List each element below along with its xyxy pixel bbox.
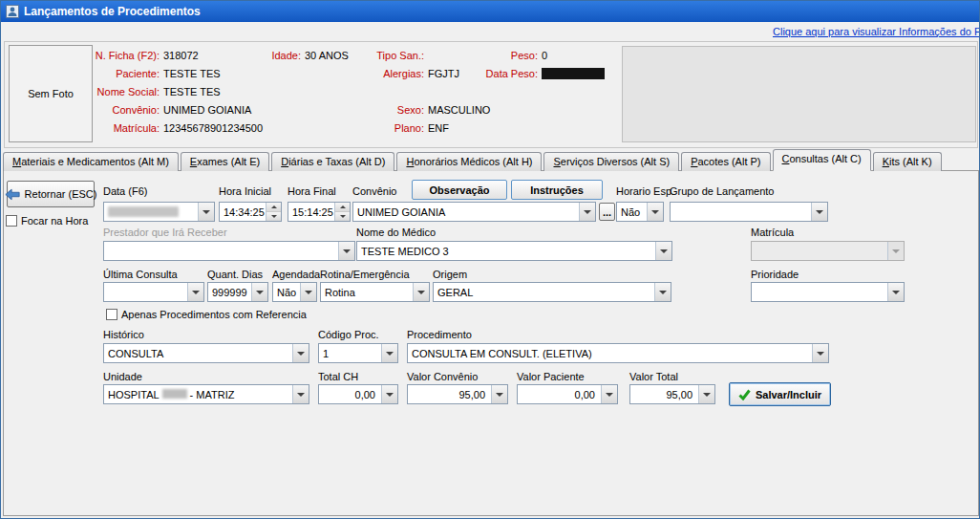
redacted-text [162, 389, 187, 399]
origem-combobox[interactable]: GERAL [433, 282, 671, 302]
chevron-down-icon[interactable] [655, 242, 671, 260]
checkbox-box[interactable] [6, 215, 17, 227]
chevron-down-icon[interactable] [654, 283, 671, 301]
unidade-combobox[interactable]: HOSPITAL- MATRIZ [103, 384, 309, 404]
chevron-down-icon[interactable] [292, 385, 309, 403]
prioridade-label: Prioridade [751, 269, 799, 280]
historico-value: CONSULTA [104, 344, 292, 362]
matricula-label: Matrícula [751, 227, 794, 238]
patient-field-alergias: Alergias: FGJTJ [369, 68, 459, 79]
chevron-down-icon[interactable] [647, 203, 663, 221]
agendada-combobox[interactable]: Não [272, 282, 317, 302]
patient-field-paciente: Paciente: TESTE TES [85, 68, 221, 79]
historico-combobox[interactable]: CONSULTA [103, 343, 309, 363]
spinner-buttons[interactable] [334, 203, 350, 221]
prioridade-combobox[interactable] [751, 282, 905, 302]
chevron-down-icon[interactable] [338, 242, 354, 260]
spinner-down-icon[interactable] [266, 212, 281, 221]
apenas-referencia-checkbox[interactable]: Apenas Procedimentos com Referencia [106, 309, 307, 320]
data-combobox[interactable] [103, 202, 215, 222]
chevron-down-icon[interactable] [812, 344, 828, 362]
tab-materiais-medicamentos[interactable]: Materiais e Medicamentos (Alt M) [3, 152, 179, 171]
field-label: Plano: [369, 122, 424, 134]
chevron-down-icon[interactable] [887, 283, 904, 301]
salvar-label: Salvar/Incluir [756, 389, 821, 400]
spinner-up-icon[interactable] [335, 203, 350, 212]
ultima-consulta-combobox[interactable] [103, 282, 204, 302]
patient-field-data-peso: Data Peso: [479, 68, 605, 79]
chevron-down-icon[interactable] [811, 203, 827, 221]
chevron-down-icon[interactable] [381, 344, 397, 362]
retornar-label: Retornar (ESC) [25, 188, 97, 200]
data-label: Data (F6) [103, 185, 147, 197]
instrucoes-button[interactable]: Instruções [511, 180, 603, 200]
chevron-down-icon[interactable] [601, 385, 617, 403]
tab-honorarios-medicos[interactable]: Honorários Médicos (Alt H) [396, 152, 542, 171]
grupo-lancamento-combobox[interactable] [670, 202, 828, 222]
prestador-combobox[interactable] [103, 241, 355, 261]
spinner-buttons[interactable] [266, 203, 281, 221]
matricula-combobox [751, 241, 905, 261]
chevron-down-icon[interactable] [413, 283, 429, 301]
total-ch-value: 0,00 [319, 385, 381, 403]
chevron-down-icon[interactable] [292, 344, 309, 362]
procedimento-combobox[interactable]: CONSULTA EM CONSULT. (ELETIVA) [407, 343, 829, 363]
patient-field-tipo-san: Tipo San.: [369, 50, 428, 61]
patient-field-matricula: Matrícula: 12345678901234500 [85, 122, 263, 134]
chevron-down-icon[interactable] [251, 283, 267, 301]
codigo-proc-combobox[interactable]: 1 [318, 343, 398, 363]
tab-kits[interactable]: Kits (Alt K) [873, 152, 942, 171]
valor-convenio-combobox[interactable]: 95,00 [407, 384, 508, 404]
field-value: TESTE TES [163, 68, 221, 79]
convenio-combobox[interactable]: UNIMED GOIANIA [352, 202, 596, 222]
more-options-button[interactable]: ... [599, 203, 615, 221]
valor-paciente-combobox[interactable]: 0,00 [517, 384, 618, 404]
valor-total-combobox[interactable]: 95,00 [629, 384, 715, 404]
valor-total-value: 95,00 [630, 385, 698, 403]
hora-inicial-spinner[interactable]: 14:34:25 [219, 202, 282, 222]
retornar-button[interactable]: Retornar (ESC) [7, 181, 95, 207]
spinner-up-icon[interactable] [266, 203, 281, 212]
convenio-label: Convênio [352, 185, 396, 197]
field-value: MASCULINO [428, 104, 490, 116]
rotina-emergencia-combobox[interactable]: Rotina [320, 282, 430, 302]
spinner-down-icon[interactable] [335, 212, 350, 221]
nome-medico-combobox[interactable]: TESTE MEDICO 3 [356, 241, 672, 261]
horario-esp-label: Horario Esp. [616, 185, 674, 197]
procedimento-value: CONSULTA EM CONSULT. (ELETIVA) [408, 344, 812, 362]
tab-pacotes[interactable]: Pacotes (Alt P) [681, 152, 770, 171]
tab-diarias-taxas[interactable]: Diárias e Taxas (Alt D) [271, 152, 394, 171]
chevron-down-icon[interactable] [579, 203, 595, 221]
field-label: Sexo: [369, 104, 424, 116]
chevron-down-icon[interactable] [698, 385, 714, 403]
hora-final-spinner[interactable]: 15:14:25 [288, 202, 351, 222]
tab-servicos-diversos[interactable]: Serviços Diversos (Alt S) [543, 152, 679, 171]
checkbox-box[interactable] [106, 309, 117, 320]
grupo-lancamento-label: Grupo de Lançamento [670, 185, 774, 197]
patient-info-link[interactable]: Clique aqui para visualizar Informações … [773, 26, 980, 37]
ultima-consulta-label: Última Consulta [103, 269, 178, 280]
chevron-down-icon[interactable] [491, 385, 507, 403]
app-icon [6, 5, 19, 18]
procedimento-label: Procedimento [407, 329, 472, 340]
tab-exames[interactable]: Exames (Alt E) [181, 152, 269, 171]
ellipsis-icon: ... [603, 206, 611, 218]
origem-value: GERAL [434, 283, 654, 301]
tab-consultas[interactable]: Consultas (Alt C) [773, 149, 871, 171]
chevron-down-icon[interactable] [300, 283, 316, 301]
total-ch-combobox[interactable]: 0,00 [318, 384, 398, 404]
chevron-down-icon[interactable] [198, 203, 214, 221]
horario-esp-combobox[interactable]: Não [616, 202, 664, 222]
agendada-label: Agendada [272, 269, 320, 280]
observacao-button[interactable]: Observação [412, 180, 507, 200]
prioridade-value [752, 283, 887, 301]
salvar-incluir-button[interactable]: Salvar/Incluir [729, 382, 831, 406]
valor-convenio-label: Valor Convênio [407, 371, 478, 382]
patient-field-sexo: Sexo: MASCULINO [369, 104, 490, 116]
chevron-down-icon[interactable] [381, 385, 397, 403]
field-label: Alergias: [369, 68, 424, 79]
focar-na-hora-checkbox[interactable]: Focar na Hora [6, 215, 88, 227]
chevron-down-icon[interactable] [187, 283, 203, 301]
quant-dias-combobox[interactable]: 999999 [207, 282, 268, 302]
hora-final-label: Hora Final [288, 185, 336, 197]
